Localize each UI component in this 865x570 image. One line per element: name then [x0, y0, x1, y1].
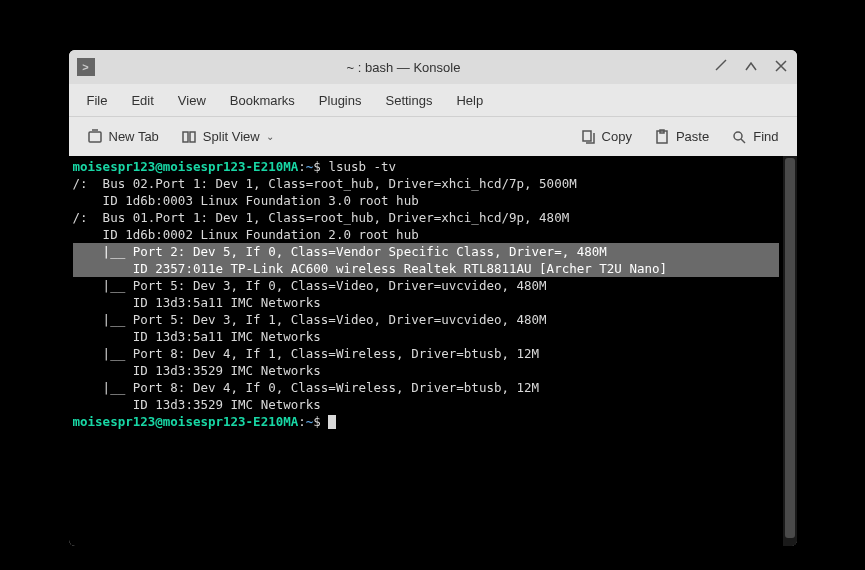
- svg-rect-2: [190, 132, 195, 142]
- find-button[interactable]: Find: [723, 124, 786, 150]
- scrollbar-thumb[interactable]: [785, 158, 795, 538]
- terminal-line: |__ Port 5: Dev 3, If 1, Class=Video, Dr…: [73, 311, 779, 328]
- split-view-label: Split View: [203, 129, 260, 144]
- close-button[interactable]: [773, 58, 789, 77]
- paste-label: Paste: [676, 129, 709, 144]
- menu-bookmarks[interactable]: Bookmarks: [220, 88, 305, 113]
- terminal-line: moisespr123@moisespr123-E210MA:~$ lsusb …: [73, 158, 779, 175]
- search-icon: [731, 129, 747, 145]
- terminal-line: ID 13d3:5a11 IMC Networks: [73, 328, 779, 345]
- svg-point-6: [734, 132, 742, 140]
- copy-label: Copy: [602, 129, 632, 144]
- window-controls: [713, 58, 789, 77]
- menu-help[interactable]: Help: [446, 88, 493, 113]
- terminal-line: ID 1d6b:0003 Linux Foundation 3.0 root h…: [73, 192, 779, 209]
- selected-text: ID 2357:011e TP-Link AC600 wireless Real…: [73, 260, 779, 277]
- svg-rect-1: [183, 132, 188, 142]
- menu-plugins[interactable]: Plugins: [309, 88, 372, 113]
- svg-rect-3: [583, 131, 591, 141]
- terminal[interactable]: moisespr123@moisespr123-E210MA:~$ lsusb …: [69, 156, 797, 546]
- menu-view[interactable]: View: [168, 88, 216, 113]
- command-text: lsusb -tv: [321, 159, 396, 174]
- paste-button[interactable]: Paste: [646, 124, 717, 150]
- prompt-dollar: $: [313, 414, 321, 429]
- menubar: File Edit View Bookmarks Plugins Setting…: [69, 84, 797, 116]
- terminal-line: |__ Port 2: Dev 5, If 0, Class=Vendor Sp…: [73, 243, 779, 260]
- split-view-icon: [181, 129, 197, 145]
- window-title: ~ : bash — Konsole: [103, 60, 705, 75]
- maximize-button[interactable]: [743, 58, 759, 77]
- terminal-line: |__ Port 8: Dev 4, If 1, Class=Wireless,…: [73, 345, 779, 362]
- chevron-down-icon: ⌄: [266, 131, 276, 142]
- cursor: [328, 415, 336, 429]
- copy-icon: [580, 129, 596, 145]
- terminal-line: /: Bus 02.Port 1: Dev 1, Class=root_hub,…: [73, 175, 779, 192]
- app-icon: [77, 58, 95, 76]
- prompt-user: moisespr123@moisespr123-E210MA: [73, 414, 299, 429]
- terminal-line: |__ Port 8: Dev 4, If 0, Class=Wireless,…: [73, 379, 779, 396]
- terminal-line: ID 13d3:3529 IMC Networks: [73, 396, 779, 413]
- prompt-user: moisespr123@moisespr123-E210MA: [73, 159, 299, 174]
- prompt-dollar: $: [313, 159, 321, 174]
- minimize-button[interactable]: [713, 58, 729, 77]
- terminal-line: ID 13d3:5a11 IMC Networks: [73, 294, 779, 311]
- scrollbar[interactable]: [783, 156, 797, 546]
- prompt-sep: :: [298, 159, 306, 174]
- terminal-line: /: Bus 01.Port 1: Dev 1, Class=root_hub,…: [73, 209, 779, 226]
- terminal-line: ID 2357:011e TP-Link AC600 wireless Real…: [73, 260, 779, 277]
- find-label: Find: [753, 129, 778, 144]
- terminal-line: |__ Port 5: Dev 3, If 0, Class=Video, Dr…: [73, 277, 779, 294]
- svg-rect-0: [89, 132, 101, 142]
- menu-file[interactable]: File: [77, 88, 118, 113]
- terminal-content[interactable]: moisespr123@moisespr123-E210MA:~$ lsusb …: [69, 156, 783, 546]
- split-view-button[interactable]: Split View ⌄: [173, 124, 284, 150]
- menu-edit[interactable]: Edit: [121, 88, 163, 113]
- prompt-sep: :: [298, 414, 306, 429]
- konsole-window: ~ : bash — Konsole File Edit View Bookma…: [69, 50, 797, 546]
- terminal-line: ID 13d3:3529 IMC Networks: [73, 362, 779, 379]
- toolbar: New Tab Split View ⌄ Copy Paste Find: [69, 116, 797, 156]
- paste-icon: [654, 129, 670, 145]
- titlebar[interactable]: ~ : bash — Konsole: [69, 50, 797, 84]
- terminal-line: ID 1d6b:0002 Linux Foundation 2.0 root h…: [73, 226, 779, 243]
- selected-text: |__ Port 2: Dev 5, If 0, Class=Vendor Sp…: [73, 243, 779, 260]
- new-tab-label: New Tab: [109, 129, 159, 144]
- copy-button[interactable]: Copy: [572, 124, 640, 150]
- terminal-line: moisespr123@moisespr123-E210MA:~$: [73, 413, 779, 430]
- new-tab-icon: [87, 129, 103, 145]
- new-tab-button[interactable]: New Tab: [79, 124, 167, 150]
- menu-settings[interactable]: Settings: [375, 88, 442, 113]
